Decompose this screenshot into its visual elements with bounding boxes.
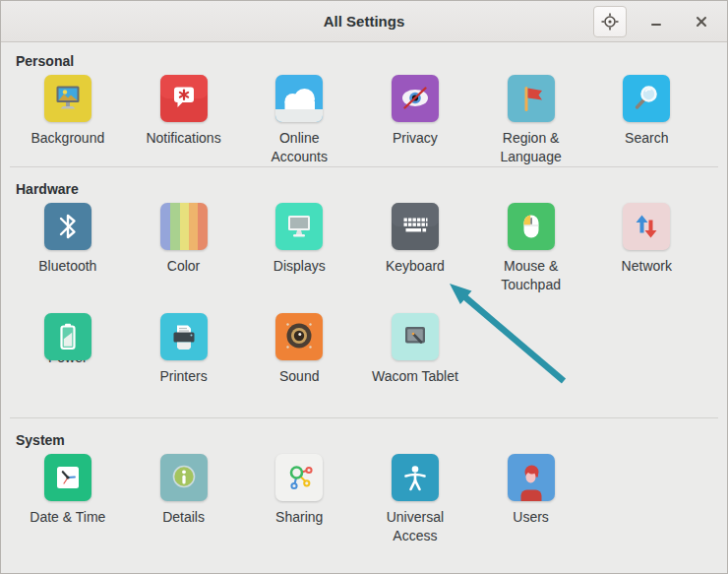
settings-item-wacom-tablet[interactable]: Wacom Tablet [357,313,473,386]
settings-item-online-accounts[interactable]: Online Accounts [241,75,357,166]
settings-item-sharing[interactable]: Sharing [241,454,357,545]
region-language-icon [508,75,555,122]
settings-item-label: Printers [159,367,207,386]
settings-item-label: Region & Language [484,129,578,166]
settings-item-network[interactable]: Network [588,203,704,294]
section-header: Hardware [1,167,727,203]
all-settings-window: All Settings [0,0,728,574]
sharing-icon [275,454,323,501]
settings-item-mouse-touchpad[interactable]: Mouse & Touchpad [473,203,589,294]
online-accounts-icon [275,75,323,122]
displays-icon [275,203,323,250]
settings-item-label: Users [513,508,549,527]
settings-item-sound[interactable]: Sound [241,313,357,386]
sound-icon [275,313,323,360]
settings-item-bluetooth[interactable]: Bluetooth [10,203,126,294]
background-icon [44,75,91,122]
settings-item-label: Online Accounts [252,129,346,166]
hardware-row-1: Bluetooth Color [1,203,727,294]
universal-access-icon [392,454,439,501]
settings-item-background[interactable]: Background [10,75,126,166]
mouse-touchpad-icon [508,203,555,250]
titlebar: All Settings [1,1,727,42]
close-icon [691,11,712,32]
settings-item-label: Network [622,257,672,276]
settings-item-details[interactable]: Details [126,454,242,545]
minimize-button[interactable] [640,7,672,36]
settings-item-privacy[interactable]: Privacy [357,75,473,166]
settings-item-label: Background [30,129,104,148]
close-button[interactable] [686,7,717,36]
hardware-row-2: Power Printers [1,313,727,386]
settings-item-color[interactable]: Color [126,203,242,294]
settings-item-label: Details [162,508,205,527]
personal-row: Background Notifications [1,75,727,166]
details-icon [160,454,208,501]
settings-item-label: Keyboard [386,257,445,276]
settings-item-notifications[interactable]: Notifications [126,75,242,166]
wacom-tablet-icon [392,313,439,360]
window-title: All Settings [324,13,405,30]
section-personal: Personal Background [1,42,727,166]
section-header: System [1,418,727,454]
date-time-icon [44,454,91,501]
settings-item-region-language[interactable]: Region & Language [473,75,589,166]
window-controls [593,1,717,41]
users-icon [508,454,555,501]
settings-item-label: Privacy [393,129,438,148]
settings-item-label: Date & Time [30,508,105,527]
search-icon [623,75,670,122]
keyboard-icon [392,203,439,250]
minimize-icon [645,11,667,32]
color-icon [160,203,208,250]
settings-item-power[interactable]: Power [10,313,126,386]
target-button[interactable] [593,6,627,37]
settings-item-keyboard[interactable]: Keyboard [357,203,473,294]
printers-icon [160,313,208,360]
settings-item-label: Sound [279,367,319,386]
settings-item-label: Color [167,257,200,276]
settings-item-label: Displays [273,257,326,276]
settings-item-users[interactable]: Users [473,454,589,545]
settings-item-label: Sharing [275,508,323,527]
system-row: Date & Time Details [1,454,727,545]
settings-item-label: Notifications [146,129,220,148]
target-icon [599,11,621,32]
settings-item-displays[interactable]: Displays [241,203,357,294]
power-icon [44,313,91,360]
section-hardware: Hardware Bluetooth [1,167,727,386]
privacy-icon [392,75,439,122]
notifications-icon [160,75,208,122]
settings-item-search[interactable]: Search [588,75,704,166]
settings-item-label: Search [625,129,668,148]
settings-item-universal-access[interactable]: Universal Access [357,454,473,545]
settings-item-label: Mouse & Touchpad [484,257,578,294]
settings-item-date-time[interactable]: Date & Time [10,454,126,545]
section-header: Personal [1,42,727,75]
settings-item-label: Bluetooth [38,257,96,276]
settings-item-printers[interactable]: Printers [126,313,242,386]
settings-item-label: Wacom Tablet [372,367,458,386]
settings-item-label: Universal Access [368,508,462,545]
bluetooth-icon [44,203,91,250]
section-system: System Date & Time [1,418,727,545]
network-icon [623,203,670,250]
